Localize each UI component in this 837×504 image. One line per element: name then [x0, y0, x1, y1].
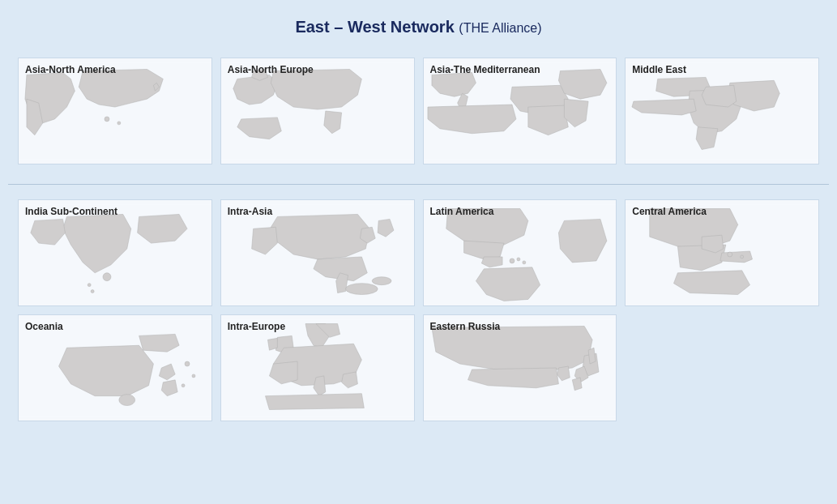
card-label-asia-north-america: Asia-North America [25, 64, 116, 75]
section-2-row2: Oceania [18, 314, 819, 421]
card-latin-america[interactable]: Latin America [423, 199, 617, 306]
card-label-central-america: Central America [632, 206, 707, 217]
card-asia-north-europe[interactable]: Asia-North Europe [220, 58, 415, 164]
card-middle-east[interactable]: Middle East [625, 58, 819, 164]
card-label-oceania: Oceania [25, 321, 63, 332]
svg-point-24 [181, 384, 185, 387]
section-2-row1: India Sub-Continent [18, 199, 819, 306]
svg-point-7 [103, 273, 111, 281]
title-main: East – West Network [295, 18, 454, 36]
card-label-asia-mediterranean: Asia-The Mediterranean [430, 64, 540, 75]
svg-point-11 [345, 284, 378, 295]
card-intra-europe[interactable]: Intra-Europe [220, 314, 415, 421]
card-eastern-russia[interactable]: Eastern Russia [423, 314, 617, 421]
svg-point-14 [509, 258, 514, 263]
title-sub: (THE Alliance) [459, 21, 541, 35]
card-label-latin-america: Latin America [430, 206, 494, 217]
card-asia-mediterranean[interactable]: Asia-The Mediterranean [423, 58, 617, 164]
card-label-india-subcontinent: India Sub-Continent [25, 206, 117, 217]
card-asia-north-america[interactable]: Asia-North America [18, 58, 212, 164]
svg-point-8 [88, 284, 91, 287]
card-central-america[interactable]: Central America [625, 199, 819, 306]
card-india-subcontinent[interactable]: India Sub-Continent [18, 199, 212, 306]
page-title: East – West Network (THE Alliance) [8, 8, 829, 49]
svg-point-16 [522, 261, 525, 264]
svg-point-1 [105, 117, 109, 122]
card-label-intra-asia: Intra-Asia [228, 206, 272, 217]
card-oceania[interactable]: Oceania [18, 314, 212, 421]
svg-point-2 [117, 122, 121, 125]
svg-point-19 [741, 255, 744, 258]
section-divider [8, 184, 829, 185]
empty-cell [625, 314, 819, 421]
svg-point-18 [728, 252, 732, 257]
svg-point-15 [516, 258, 519, 261]
svg-point-21 [119, 395, 135, 406]
card-intra-asia[interactable]: Intra-Asia [220, 199, 415, 306]
card-label-intra-europe: Intra-Europe [228, 321, 285, 332]
card-label-eastern-russia: Eastern Russia [430, 321, 501, 332]
svg-point-22 [185, 361, 190, 366]
section-1-grid: Asia-North America [18, 58, 819, 164]
card-label-asia-north-europe: Asia-North Europe [228, 64, 314, 75]
card-label-middle-east: Middle East [632, 64, 686, 75]
svg-point-9 [91, 290, 94, 293]
svg-point-23 [192, 374, 195, 378]
section-1: Asia-North America [8, 49, 829, 176]
section-2: India Sub-Continent [8, 193, 829, 433]
svg-point-12 [372, 277, 391, 285]
